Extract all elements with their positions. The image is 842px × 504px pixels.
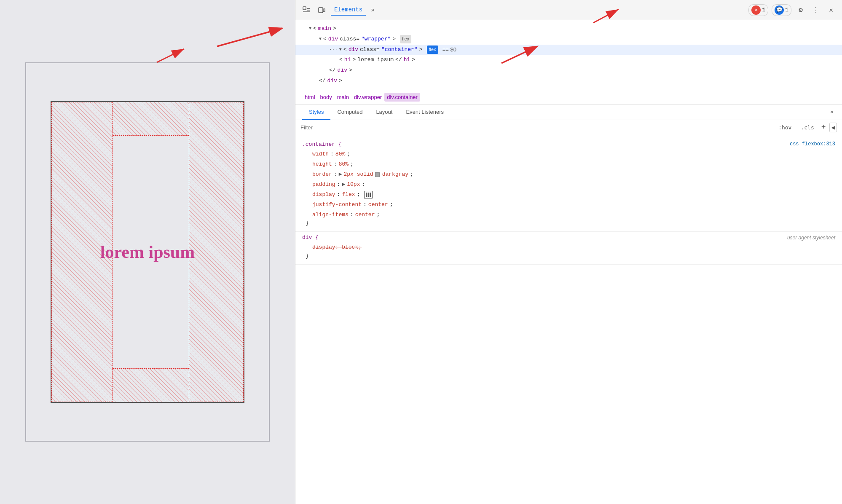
css-selector-line: .container { css-flexbox:313 — [302, 141, 835, 147]
flex-hatch-right — [189, 102, 244, 402]
dom-tree-panel: ▼ <main> ▼ <div class="wrapper" > flex ·… — [295, 20, 842, 90]
css-ua-selector-line: div { user agent stylesheet — [302, 234, 835, 241]
message-count-badge[interactable]: 💬 1 — [772, 4, 791, 16]
css-prop-justify-content: justify-content : center ; — [302, 200, 835, 210]
css-close-brace-container: } — [302, 220, 835, 226]
dom-line-close-container[interactable]: </div> — [295, 65, 842, 76]
styles-tabs-row: Styles Computed Layout Event Listeners » — [295, 105, 842, 120]
breadcrumb-body[interactable]: body — [318, 93, 335, 102]
svg-rect-7 — [323, 9, 325, 12]
tab-layout[interactable]: Layout — [369, 105, 399, 120]
tab-elements[interactable]: Elements — [331, 5, 366, 16]
add-style-button[interactable]: + — [821, 123, 826, 131]
preview-wrapper: lorem ipsum — [25, 62, 270, 442]
device-icon[interactable] — [316, 4, 327, 16]
tab-more-button[interactable]: » — [369, 5, 376, 15]
css-prop-height: height : 80% ; — [302, 159, 835, 169]
css-prop-align-items: align-items : center ; — [302, 210, 835, 220]
flex-hatch-bottom — [113, 368, 189, 402]
svg-rect-2 — [303, 7, 306, 10]
dom-line-wrapper[interactable]: ▼ <div class="wrapper" > flex — [295, 34, 842, 45]
padding-expand-icon[interactable]: ▶ — [342, 180, 345, 189]
cls-button[interactable]: .cls — [798, 123, 817, 132]
css-prop-display: display : flex ; — [302, 190, 835, 200]
tab-overflow-button[interactable]: » — [829, 105, 835, 118]
close-icon[interactable]: ✕ — [825, 4, 837, 16]
devtools-panel: Elements » ✕ 1 💬 1 ⚙ ⋮ ✕ ▼ <main> ▼ <div… — [295, 0, 842, 504]
ellipsis-icon: ··· — [329, 46, 338, 54]
breadcrumb-html[interactable]: html — [302, 93, 318, 102]
filter-input[interactable] — [300, 124, 772, 131]
svg-rect-10 — [366, 193, 367, 197]
dom-line-h1[interactable]: <h1> lorem ipsum </h1> — [295, 55, 842, 65]
svg-rect-11 — [368, 193, 369, 197]
flex-hatch-top — [113, 102, 189, 136]
svg-rect-6 — [319, 8, 323, 13]
tab-styles[interactable]: Styles — [302, 105, 330, 120]
message-icon: 💬 — [775, 5, 784, 15]
css-prop-width: width : 80% ; — [302, 149, 835, 159]
css-prop-display-ua: display: block; — [302, 242, 835, 252]
error-icon: ✕ — [751, 5, 761, 15]
settings-icon[interactable]: ⚙ — [795, 4, 807, 16]
browser-preview: lorem ipsum — [0, 0, 295, 504]
breadcrumb-bar: html body main div.wrapper div.container — [295, 90, 842, 105]
error-count: 1 — [762, 7, 765, 13]
dom-line-close-wrapper[interactable]: </div> — [295, 76, 842, 86]
collapse-wrapper[interactable]: ▼ — [319, 36, 322, 43]
more-options-icon[interactable]: ⋮ — [810, 4, 822, 16]
red-arrow-1 — [153, 46, 190, 67]
color-swatch-darkgray[interactable] — [375, 172, 380, 177]
css-selector-container[interactable]: .container { — [302, 141, 342, 147]
flex-layout-icon[interactable] — [364, 191, 373, 198]
expand-button[interactable]: ◀ — [829, 123, 837, 132]
breadcrumb-main[interactable]: main — [335, 93, 351, 102]
svg-rect-12 — [370, 193, 371, 197]
equals-dollar-zero: == $0 — [442, 46, 456, 54]
css-source-flexbox[interactable]: css-flexbox:313 — [790, 141, 835, 147]
css-prop-border: border : ▶ 2px solid darkgray ; — [302, 169, 835, 180]
devtools-toolbar: Elements » ✕ 1 💬 1 ⚙ ⋮ ✕ — [295, 0, 842, 20]
filter-bar: :hov .cls + ◀ — [295, 120, 842, 135]
dom-line-main[interactable]: ▼ <main> — [295, 24, 842, 34]
preview-container: lorem ipsum — [51, 101, 245, 403]
border-expand-icon[interactable]: ▶ — [339, 170, 342, 179]
collapse-container[interactable]: ▼ — [339, 46, 342, 53]
inspect-icon[interactable] — [300, 4, 312, 16]
css-rule-div-ua: div { user agent stylesheet display: blo… — [295, 232, 842, 264]
breadcrumb-div-wrapper[interactable]: div.wrapper — [351, 93, 384, 102]
hov-button[interactable]: :hov — [775, 123, 794, 132]
message-count: 1 — [785, 7, 788, 13]
svg-line-1 — [157, 49, 184, 62]
tab-event-listeners[interactable]: Event Listeners — [399, 105, 450, 120]
ua-stylesheet-label: user agent stylesheet — [787, 235, 835, 241]
css-rule-container: .container { css-flexbox:313 width : 80%… — [295, 139, 842, 232]
tab-computed[interactable]: Computed — [330, 105, 369, 120]
flex-badge-container[interactable]: flex — [427, 46, 438, 54]
error-count-badge[interactable]: ✕ 1 — [748, 4, 768, 16]
css-prop-padding: padding : ▶ 10px ; — [302, 180, 835, 190]
css-panel: .container { css-flexbox:313 width : 80%… — [295, 135, 842, 504]
flex-badge-wrapper[interactable]: flex — [400, 35, 411, 43]
css-display-block-strikethrough[interactable]: display: block; — [312, 243, 362, 252]
collapse-main[interactable]: ▼ — [309, 25, 311, 32]
lorem-ipsum-text: lorem ipsum — [100, 242, 195, 262]
css-selector-div[interactable]: div { — [302, 234, 319, 241]
breadcrumb-div-container[interactable]: div.container — [384, 93, 420, 102]
dom-line-container[interactable]: ··· ▼ <div class="container" > flex == $… — [295, 45, 842, 55]
css-close-brace-div: } — [302, 253, 835, 259]
